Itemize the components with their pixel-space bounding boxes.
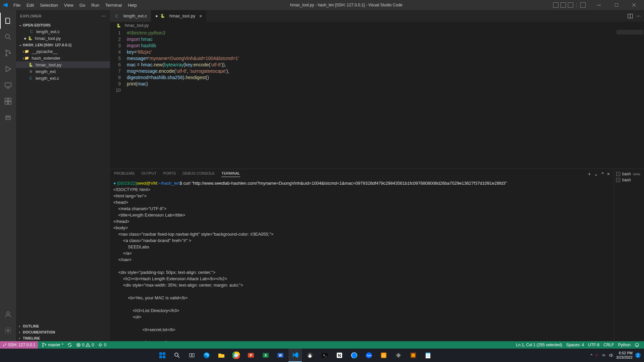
taskbar-vscode-icon[interactable] — [288, 349, 302, 362]
taskbar-app-icon[interactable] — [407, 349, 420, 362]
activity-accounts-icon[interactable] — [0, 306, 16, 322]
status-remote[interactable]: SSH: 127.0.0.1 — [0, 341, 38, 349]
activity-source-control-icon[interactable] — [0, 45, 16, 61]
taskbar-powerpoint-icon[interactable]: P — [244, 349, 258, 362]
code-editor[interactable]: 12345678910 #!/bin/env python3import hma… — [110, 29, 644, 169]
taskbar-start-icon[interactable] — [156, 349, 169, 362]
folder-item[interactable]: › 📁 hash_extender — [16, 55, 110, 61]
activity-extensions-icon[interactable] — [0, 93, 16, 109]
taskbar-notion-icon[interactable]: N — [333, 349, 346, 362]
menu-selection[interactable]: Selection — [37, 1, 60, 9]
open-editor-item[interactable]: ● 🐍 hmac_tool.py — [16, 35, 110, 42]
outline-section[interactable]: ›OUTLINE — [16, 323, 110, 329]
taskbar-zalo-icon[interactable]: Zalo — [362, 349, 376, 362]
terminal-dropdown-icon[interactable]: ⌄ — [594, 171, 598, 177]
status-warnings-count: 0 — [92, 343, 94, 347]
explorer-more-icon[interactable]: ⋯ — [101, 13, 106, 19]
folder-item[interactable]: › 📁 __pycache__ — [16, 48, 110, 55]
more-actions-icon[interactable]: ⋯ — [636, 13, 641, 18]
minimap[interactable] — [614, 29, 644, 169]
taskbar-app-icon[interactable]: G — [377, 349, 390, 362]
status-ports[interactable]: 0 — [96, 343, 108, 347]
tray-volume-icon[interactable] — [609, 353, 613, 358]
taskbar-word-icon[interactable]: W — [274, 349, 287, 362]
open-editors-section[interactable]: ⌄ OPEN EDITORS — [16, 22, 110, 28]
menu-file[interactable]: File — [11, 1, 23, 9]
maximize-panel-icon[interactable]: ^ — [601, 171, 604, 177]
taskbar-excel-icon[interactable]: X — [259, 349, 272, 362]
taskbar-chrome-icon[interactable] — [229, 349, 243, 362]
breadcrumbs[interactable]: 🐍 hmac_tool.py — [110, 22, 644, 29]
terminal-list-item[interactable]: ›bash www — [616, 171, 642, 177]
activity-copilot-icon[interactable] — [0, 109, 16, 125]
taskbar-edge-icon[interactable] — [200, 349, 213, 362]
file-item[interactable]: 🗎 length_ext — [16, 68, 110, 75]
toggle-primary-sidebar-icon[interactable] — [553, 2, 558, 8]
terminal-output[interactable]: ● [03/23/22]seed@VM:~/hash_len$ curl "ht… — [110, 179, 614, 341]
chevron-right-icon: › — [19, 324, 23, 328]
tray-clock[interactable]: 6:52 PM 3/23/2022 — [616, 351, 633, 360]
status-branch[interactable]: master * — [40, 343, 65, 347]
panel-tab-debug-console[interactable]: DEBUG CONSOLE — [182, 171, 215, 177]
activity-run-debug-icon[interactable] — [0, 61, 16, 77]
open-editor-item[interactable]: C length_ext.c — [16, 28, 110, 35]
terminal-list-item[interactable]: ›bash — [616, 177, 642, 183]
new-terminal-icon[interactable]: + — [588, 171, 591, 177]
panel-tab-ports[interactable]: PORTS — [163, 171, 176, 177]
taskbar-app-icon[interactable] — [392, 349, 405, 362]
documentation-section[interactable]: ›DOCUMENTATION — [16, 329, 110, 335]
taskbar-task-view-icon[interactable] — [185, 349, 199, 362]
activity-explorer-icon[interactable] — [0, 13, 16, 29]
editor-tab[interactable]: ● 🐍 hmac_tool.py × — [151, 10, 206, 22]
code-content[interactable]: #!/bin/env python3import hmacimport hash… — [127, 29, 644, 169]
taskbar-notepad-icon[interactable] — [421, 349, 435, 362]
taskbar-messenger-icon[interactable] — [347, 349, 361, 362]
workspace-section[interactable]: ⌄ HASH_LEN [SSH: 127.0.0.1] — [16, 42, 110, 48]
menu-help[interactable]: Help — [125, 1, 140, 9]
close-panel-icon[interactable]: × — [607, 171, 610, 177]
taskbar-terminal-icon[interactable]: >_ — [318, 349, 331, 362]
menu-run[interactable]: Run — [89, 1, 102, 9]
maximize-button[interactable] — [609, 0, 624, 10]
close-icon[interactable]: × — [199, 13, 202, 19]
outline-label: OUTLINE — [23, 324, 39, 328]
status-feedback-icon[interactable] — [633, 343, 641, 347]
tray-notifications-badge[interactable]: 2 — [635, 353, 641, 358]
status-eol[interactable]: CRLF — [601, 343, 616, 347]
status-encoding[interactable]: UTF-8 — [586, 343, 601, 347]
file-item[interactable]: C length_ext.c — [16, 75, 110, 81]
panel-tab-problems[interactable]: PROBLEMS — [114, 171, 135, 177]
taskbar-file-explorer-icon[interactable] — [215, 349, 228, 362]
menu-terminal[interactable]: Terminal — [103, 1, 124, 9]
close-button[interactable] — [627, 0, 641, 10]
taskbar-linux-icon[interactable] — [303, 349, 317, 362]
toggle-panel-icon[interactable] — [560, 2, 566, 8]
status-problems[interactable]: 0 0 — [74, 343, 96, 347]
editor-tab[interactable]: C length_ext.c — [110, 10, 151, 22]
menu-view[interactable]: View — [61, 1, 76, 9]
tray-wifi-icon[interactable] — [601, 353, 606, 358]
customize-layout-icon[interactable] — [580, 2, 586, 8]
tab-actions: ⋯ — [628, 10, 644, 22]
split-editor-icon[interactable] — [628, 13, 633, 19]
minimize-button[interactable] — [592, 0, 606, 10]
status-indentation[interactable]: Spaces: 4 — [564, 343, 586, 347]
panel-tab-terminal[interactable]: TERMINAL — [221, 171, 240, 177]
activity-settings-icon[interactable] — [0, 322, 16, 339]
status-language[interactable]: Python — [616, 343, 633, 347]
tray-chevron-icon[interactable]: ^ — [591, 353, 592, 357]
file-item[interactable]: 🐍 hmac_tool.py — [16, 61, 110, 68]
toggle-secondary-sidebar-icon[interactable] — [568, 2, 573, 8]
svg-point-4 — [6, 55, 7, 56]
taskbar-search-icon[interactable] — [170, 349, 184, 362]
menu-go[interactable]: Go — [77, 1, 88, 9]
menu-edit[interactable]: Edit — [24, 1, 37, 9]
panel-tab-output[interactable]: OUTPUT — [141, 171, 156, 177]
status-sync[interactable] — [65, 343, 74, 347]
svg-point-16 — [43, 343, 44, 344]
timeline-section[interactable]: ›TIMELINE — [16, 335, 110, 341]
tray-app-icon[interactable]: ⩔ — [595, 353, 599, 357]
activity-search-icon[interactable] — [0, 29, 16, 45]
status-cursor-position[interactable]: Ln 1, Col 1 (255 selected) — [514, 343, 564, 347]
activity-remote-explorer-icon[interactable] — [0, 77, 16, 93]
